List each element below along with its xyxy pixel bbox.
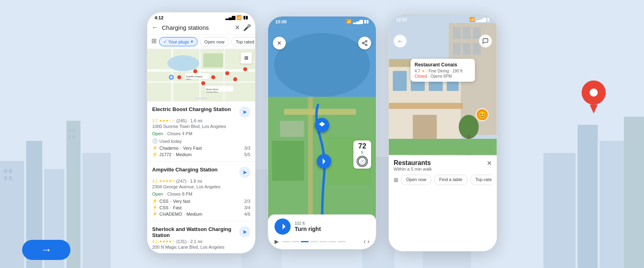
nav-turn-text: Turn right — [295, 226, 321, 232]
restaurant-photo: 12:57 📶 ▂▄▆ ▮ ← Restau — [389, 14, 497, 155]
rest-status-icons: 📶 ▂▄▆ ▮ — [469, 17, 489, 22]
restaurant-chat-button[interactable] — [479, 35, 492, 47]
charger-2-speed: Medium — [176, 152, 192, 157]
station-1-reviews: (245) — [176, 118, 187, 123]
svg-rect-25 — [223, 49, 225, 101]
filter-settings-icon[interactable]: ⊞ — [151, 37, 157, 46]
clear-icon[interactable]: ✕ — [235, 24, 240, 31]
nav-speed-value: 72 — [357, 142, 368, 150]
filter-chip-open[interactable]: Open now — [200, 37, 229, 46]
station-2-open: Open — [152, 192, 163, 196]
sep2: · — [170, 205, 171, 210]
filter-chip-plugs[interactable]: ✓ Your plugs ▾ — [159, 37, 198, 46]
station-1-name: Electric Boost Charging Station — [152, 106, 236, 112]
nav-next-button[interactable]: › — [367, 238, 369, 245]
charger-2-3-speed: Medium — [186, 212, 202, 216]
svg-point-33 — [225, 71, 229, 75]
tooltip-sep1: · — [426, 69, 427, 73]
nav-share-button[interactable] — [358, 37, 371, 49]
station-1-open: Open — [152, 131, 163, 136]
restaurant-tooltip[interactable]: Restaurant Conais 4.7 ★ · Fine Dining · … — [411, 59, 475, 82]
svg-rect-22 — [147, 81, 255, 83]
station-1-charger-1: ⚡ Chademo · Very Fast 3/3 — [152, 145, 250, 150]
svg-text:Charging Station: Charging Station — [206, 91, 218, 93]
back-button[interactable]: ← — [151, 23, 159, 32]
station-2-nav-button[interactable]: ➤ — [239, 167, 250, 178]
mic-icon[interactable]: 🎤 — [243, 24, 251, 31]
charger-1-availability: 3/3 — [244, 146, 250, 150]
nav-dot-1 — [282, 241, 290, 242]
nav-status-icons: 📶 ▂▄▆ ▮▮ — [346, 19, 369, 24]
nav-signal-icon: ▂▄▆ — [353, 19, 363, 24]
charger-2-type: J1772 — [159, 152, 171, 157]
station-2-rating: 4.5 — [152, 179, 158, 183]
station-card-1: Electric Boost Charging Station ➤ 3.7 ★★… — [147, 101, 255, 162]
svg-text:Electric Boost: Electric Boost — [206, 89, 219, 91]
svg-point-31 — [201, 81, 205, 85]
clock-icon: 🕐 — [152, 138, 158, 144]
nav-speed-unit: ft — [357, 150, 368, 155]
filter-rated-label: Top rated — [236, 39, 254, 44]
station-1-distance: 1.6 mi — [190, 118, 202, 123]
svg-rect-28 — [203, 53, 223, 67]
wifi-icon: 📶 — [236, 15, 242, 20]
user-avatar: 😊 — [476, 108, 489, 121]
charger-info-1: ⚡ Chademo · Very Fast — [152, 145, 202, 150]
rest-chip-rated[interactable]: Top-rated — [470, 175, 492, 185]
bolt-icon-2-3: ⚡ — [152, 211, 158, 216]
charger-1-speed: Very Fast — [183, 146, 202, 150]
station-2-stars: ★★★★½ — [159, 179, 175, 183]
search-bar: ← Charging stations ✕ 🎤 — [147, 21, 255, 35]
map-drag-handle — [195, 98, 207, 99]
station-3-distance: 2.1 mi — [190, 239, 202, 244]
station-3-meta: 4.2 ★★★★☆ (131) · 2.1 mi — [152, 239, 250, 244]
rest-battery-icon: ▮ — [487, 17, 489, 22]
filter-chip-rated[interactable]: Top rated — [231, 37, 255, 46]
svg-line-56 — [364, 41, 366, 43]
filter-open-label: Open now — [204, 39, 225, 44]
route-arrow-1 — [315, 118, 329, 132]
phone-navigation: 10:00 📶 ▂▄▆ ▮▮ ✕ — [268, 16, 376, 249]
map-view[interactable]: Ampville Charging Station Electric Boost… — [147, 49, 255, 101]
rest-chip-table[interactable]: Find a table — [434, 175, 467, 185]
station-3-rating: 4.2 — [152, 239, 158, 244]
nav-dot-2 — [291, 241, 299, 242]
rest-status-time: 12:57 — [396, 17, 407, 22]
tooltip-status: Closed · Opens 6PM — [415, 74, 471, 78]
svg-rect-65 — [463, 43, 471, 55]
search-action-icons: ✕ 🎤 — [235, 24, 251, 31]
search-text: Charging stations — [162, 24, 231, 31]
svg-rect-62 — [463, 27, 471, 39]
nav-status-time: 10:00 — [275, 19, 287, 24]
svg-text:Ampville Charging: Ampville Charging — [186, 76, 202, 78]
restaurant-back-button[interactable]: ← — [394, 35, 407, 47]
check-icon: ✓ — [163, 39, 167, 44]
nav-battery-icon: ▮▮ — [364, 19, 369, 24]
nav-prev-button[interactable]: ‹ — [363, 238, 365, 245]
station-1-stars: ★★★☆☆ — [159, 119, 175, 123]
sep3: · — [184, 212, 185, 216]
station-2-header: Ampville Charging Station ➤ — [152, 167, 250, 178]
svg-point-30 — [193, 69, 197, 73]
svg-point-35 — [243, 67, 247, 71]
rest-chip-open[interactable]: Open now — [401, 175, 431, 185]
rest-status-bar: 12:57 📶 ▂▄▆ ▮ — [389, 14, 497, 23]
station-2-closes-time: Closes 8 PM — [167, 192, 192, 196]
tooltip-star: ★ — [421, 69, 425, 73]
restaurant-panel-close[interactable]: ✕ — [487, 159, 492, 167]
used-today-label: Used today — [159, 139, 182, 144]
status-time-1: 4:12 — [155, 15, 163, 20]
rest-filter-settings-icon[interactable]: ⊞ — [394, 175, 398, 185]
nav-close-button[interactable]: ✕ — [273, 37, 286, 49]
station-3-nav-button[interactable]: ➤ — [239, 226, 250, 237]
rest-chip-table-label: Find a table — [439, 177, 462, 182]
station-3-dot: · — [188, 239, 189, 244]
charger-info-2: ⚡ J1772 · Medium — [152, 152, 192, 157]
svg-rect-61 — [453, 27, 461, 39]
nav-status-bar: 10:00 📶 ▂▄▆ ▮▮ — [268, 16, 376, 25]
nav-play-button[interactable]: ▶ — [275, 238, 279, 245]
map-layers-button[interactable]: ⊞ — [241, 52, 252, 64]
svg-text:🕐: 🕐 — [360, 159, 365, 164]
station-1-nav-button[interactable]: ➤ — [239, 106, 250, 118]
svg-rect-47 — [284, 109, 356, 115]
